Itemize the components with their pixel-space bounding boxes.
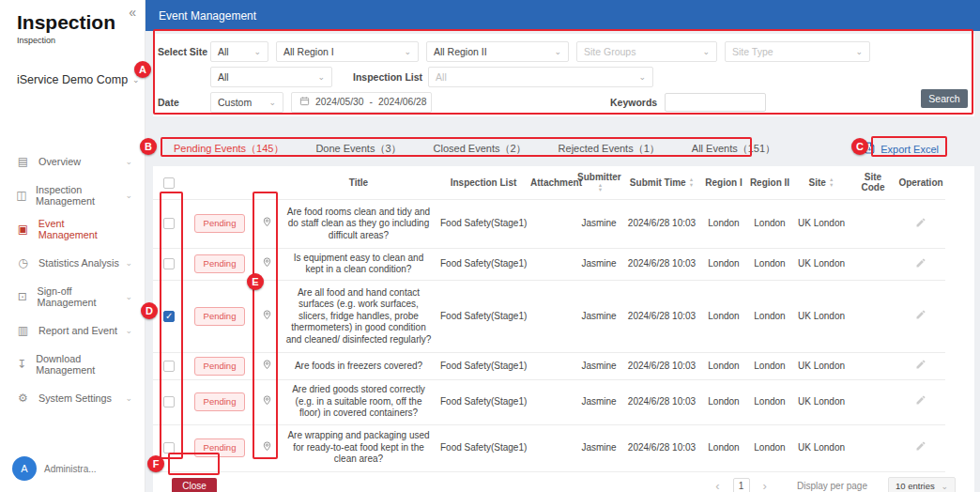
edit-icon[interactable] bbox=[915, 217, 926, 232]
page-header: Event Management bbox=[145, 0, 980, 31]
close-button[interactable]: Close bbox=[172, 478, 217, 492]
col-submitter[interactable]: Submitter▲▼ bbox=[575, 166, 622, 199]
region2-select[interactable]: All Region II⌄ bbox=[426, 41, 569, 62]
edit-icon[interactable] bbox=[915, 394, 926, 409]
sidebar-item-statistics-analysis[interactable]: ◷ Statistics Analysis ⌄ bbox=[0, 246, 145, 280]
row-submit-time: 2024/6/28 10:03 bbox=[622, 280, 701, 352]
page-number[interactable]: 1 bbox=[733, 478, 750, 492]
sidebar-item-event-management[interactable]: ▣ Event Management ⌄ bbox=[0, 212, 145, 246]
status-badge: Pending bbox=[194, 357, 246, 376]
row-region2: London bbox=[746, 248, 793, 280]
date-separator: - bbox=[370, 97, 373, 107]
prev-page-icon[interactable]: ‹ bbox=[715, 479, 719, 492]
row-inspection-list: Food Safety(Stage1) bbox=[438, 280, 528, 352]
col-site[interactable]: Site▲▼ bbox=[793, 166, 850, 199]
date-mode-select[interactable]: Custom⌄ bbox=[210, 92, 283, 113]
chevron-down-icon: ⌄ bbox=[125, 292, 132, 301]
company-name: iService Demo Comp bbox=[17, 73, 128, 86]
edit-icon[interactable] bbox=[915, 257, 926, 272]
sidebar-item-system-settings[interactable]: ⚙ System Settings ⌄ bbox=[0, 381, 145, 415]
table-row: Pending Are food rooms clean and tidy an… bbox=[153, 199, 945, 248]
keywords-input[interactable] bbox=[665, 93, 766, 112]
row-site: UK London bbox=[793, 424, 850, 471]
sidebar-item-label: Overview bbox=[38, 156, 81, 167]
edit-icon[interactable] bbox=[915, 359, 926, 374]
sidebar-item-inspection-management[interactable]: ◫ Inspection Management ⌄ bbox=[0, 178, 145, 212]
chevron-down-icon: ⌄ bbox=[639, 72, 647, 82]
sort-icon[interactable]: ▲▼ bbox=[598, 183, 603, 193]
row-checkbox[interactable] bbox=[163, 361, 175, 372]
row-checkbox[interactable] bbox=[163, 311, 175, 322]
row-checkbox[interactable] bbox=[163, 258, 175, 269]
edit-icon[interactable] bbox=[915, 309, 926, 324]
location-pin-icon[interactable] bbox=[262, 359, 272, 375]
sidebar-collapse-icon[interactable]: « bbox=[129, 5, 136, 20]
tab-done-events-3[interactable]: Done Events（3） bbox=[315, 142, 401, 156]
sidebar-item-overview[interactable]: ▤ Overview ⌄ bbox=[0, 145, 145, 178]
sidebar-item-sign-off-management[interactable]: ⊡ Sign-off Management ⌄ bbox=[0, 280, 145, 314]
location-pin-icon[interactable] bbox=[262, 216, 272, 232]
row-submitter: Jasmine bbox=[575, 352, 622, 379]
date-range-picker[interactable]: 2024/05/30 - 2024/06/28 bbox=[291, 92, 432, 113]
chevron-down-icon: ⌄ bbox=[554, 47, 561, 56]
tab-rejected-events-1[interactable]: Rejected Events（1） bbox=[559, 142, 660, 156]
sidebar-menu: ▤ Overview ⌄ ◫ Inspection Management ⌄ ▣… bbox=[0, 145, 145, 415]
next-page-icon[interactable]: › bbox=[763, 479, 767, 492]
sort-icon[interactable]: ▲▼ bbox=[689, 177, 694, 188]
site-groups-select[interactable]: Site Groups⌄ bbox=[576, 41, 717, 62]
user-profile[interactable]: A Administra... bbox=[12, 456, 97, 481]
col-region1: Region I bbox=[701, 166, 746, 199]
chevron-down-icon: ⌄ bbox=[125, 258, 132, 268]
row-inspection-list: Food Safety(Stage1) bbox=[438, 424, 528, 471]
col-site-code: Site Code bbox=[850, 166, 896, 199]
sidebar-item-label: Report and Event bbox=[38, 325, 117, 336]
row-checkbox[interactable] bbox=[163, 218, 175, 229]
page-size-select[interactable]: 10 entries⌄ bbox=[888, 477, 956, 492]
sidebar-item-label: Statistics Analysis bbox=[38, 257, 119, 269]
site-type-select[interactable]: Site Type⌄ bbox=[725, 41, 870, 62]
chevron-down-icon: ⌄ bbox=[317, 72, 325, 82]
export-excel-button[interactable]: Export Excel bbox=[864, 142, 939, 156]
row-checkbox[interactable] bbox=[163, 396, 175, 407]
row-checkbox[interactable] bbox=[163, 442, 175, 454]
keywords-label: Keywords bbox=[610, 97, 657, 108]
tab-pending-events-145[interactable]: Pending Events（145） bbox=[174, 142, 283, 156]
search-button[interactable]: Search bbox=[921, 89, 968, 108]
location-pin-icon[interactable] bbox=[262, 394, 272, 410]
site-select[interactable]: All⌄ bbox=[210, 41, 268, 62]
status-badge: Pending bbox=[194, 214, 246, 233]
tab-all-events-151[interactable]: All Events（151） bbox=[692, 142, 775, 156]
sidebar-item-label: Download Management bbox=[36, 353, 125, 376]
export-excel-icon bbox=[864, 142, 876, 156]
row-attachment bbox=[528, 352, 575, 379]
chevron-down-icon: ⌄ bbox=[125, 326, 132, 335]
row-title: Are foods in freezers covered? bbox=[279, 352, 438, 379]
location-pin-icon[interactable] bbox=[262, 309, 272, 325]
event-tabs: Pending Events（145） Done Events（3） Close… bbox=[174, 142, 775, 156]
row-region2: London bbox=[746, 379, 793, 424]
sidebar-item-report-and-event[interactable]: ▥ Report and Event ⌄ bbox=[0, 314, 145, 347]
sort-icon[interactable]: ▲▼ bbox=[829, 177, 834, 188]
col-status bbox=[185, 166, 254, 199]
row-submit-time: 2024/6/28 10:03 bbox=[622, 379, 701, 424]
row-title: Are wrapping and packaging used for read… bbox=[279, 424, 438, 471]
location-pin-icon[interactable] bbox=[262, 256, 272, 272]
events-table: Title Inspection List Attachment Submitt… bbox=[153, 166, 945, 472]
tab-closed-events-2[interactable]: Closed Events（2） bbox=[434, 142, 527, 156]
edit-icon[interactable] bbox=[915, 440, 926, 455]
inspection-list-select[interactable]: All⌄ bbox=[428, 67, 653, 87]
col-submit-time[interactable]: Submit Time▲▼ bbox=[622, 166, 701, 199]
group-select[interactable]: All⌄ bbox=[210, 67, 332, 87]
row-site-code bbox=[850, 424, 896, 471]
export-excel-label: Export Excel bbox=[880, 144, 939, 155]
chevron-down-icon: ⌄ bbox=[268, 98, 276, 107]
region1-select[interactable]: All Region I⌄ bbox=[276, 41, 419, 62]
sidebar-item-download-management[interactable]: ↧ Download Management ⌄ bbox=[0, 347, 145, 381]
row-site-code bbox=[850, 248, 896, 280]
location-pin-icon[interactable] bbox=[262, 440, 272, 456]
select-all-checkbox[interactable] bbox=[163, 177, 175, 189]
company-switcher[interactable]: iService Demo Comp ⌄ bbox=[17, 73, 145, 86]
col-operation: Operation bbox=[896, 166, 945, 199]
filter-panel: Select Site All⌄ All Region I⌄ All Regio… bbox=[153, 34, 974, 116]
col-location bbox=[254, 166, 279, 199]
